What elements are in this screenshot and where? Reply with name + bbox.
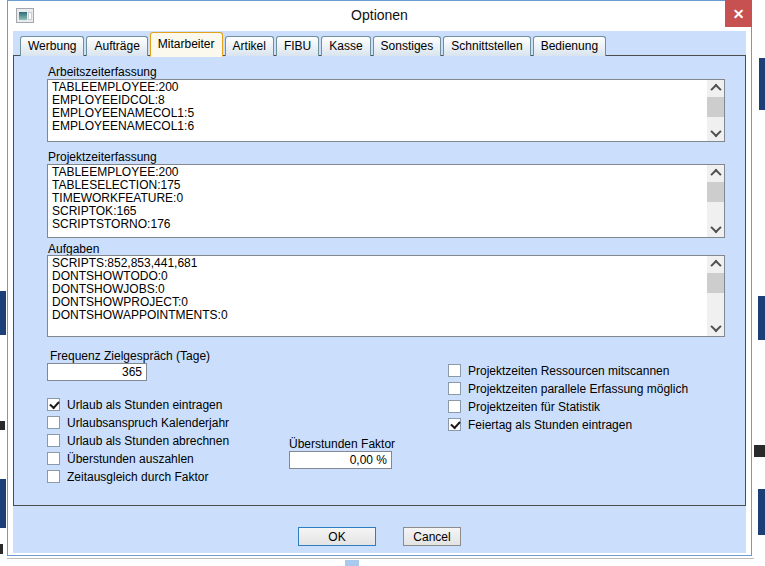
tab-kasse[interactable]: Kasse — [321, 36, 370, 56]
background-window-fragment — [758, 489, 765, 535]
checkbox-column-left: Urlaub als Stunden eintragen Urlaubsansp… — [47, 398, 229, 483]
list-line: DONTSHOWAPPOINTMENTS:0 — [52, 309, 704, 322]
background-window-fragment — [0, 291, 6, 335]
checkbox-label: Urlaub als Stunden abrechnen — [67, 434, 229, 448]
scrollbar-thumb[interactable] — [707, 273, 724, 293]
checkbox-label: Projektzeiten parallele Erfassung möglic… — [468, 382, 688, 396]
scroll-up-icon[interactable] — [707, 256, 724, 272]
checkbox-urlaub-als-stunden-eintragen[interactable]: Urlaub als Stunden eintragen — [47, 398, 229, 411]
scrollbar[interactable] — [707, 80, 724, 141]
list-line: EMPLOYEENAMECOL1:6 — [52, 120, 704, 133]
background-window-fragment — [0, 544, 3, 554]
checkbox-box[interactable] — [47, 434, 60, 447]
checkbox-box[interactable] — [448, 400, 461, 413]
checkbox-label: Überstunden auszahlen — [67, 452, 194, 466]
checkbox-box[interactable] — [448, 418, 461, 431]
checkbox-label: Urlaub als Stunden eintragen — [67, 398, 222, 412]
checkbox-label: Projektzeiten Ressourcen mitscannen — [468, 364, 669, 378]
tab-strip: Werbung Aufträge Mitarbeiter Artikel FIB… — [13, 32, 746, 56]
listbox-lines: TABLEEMPLOYEE:200 TABLESELECTION:175 TIM… — [52, 166, 704, 236]
scroll-up-icon[interactable] — [707, 165, 724, 181]
scroll-down-icon[interactable] — [707, 320, 724, 336]
tab-sonstiges[interactable]: Sonstiges — [373, 36, 442, 56]
ok-button[interactable]: OK — [298, 527, 376, 546]
list-line: TIMEWORKFEATURE:0 — [52, 192, 704, 205]
background-window-fragment — [759, 58, 765, 110]
tab-bedienung[interactable]: Bedienung — [533, 36, 606, 56]
dialog-title: Optionen — [8, 1, 751, 30]
checkbox-projektzeiten-fuer-statistik[interactable]: Projektzeiten für Statistik — [448, 400, 688, 413]
scrollbar[interactable] — [707, 165, 724, 237]
checkbox-label: Zeitausgleich durch Faktor — [67, 470, 208, 484]
window-shadow-line — [7, 558, 754, 559]
listbox-arbeitszeiterfassung[interactable]: TABLEEMPLOYEE:200 EMPLOYEEIDCOL:8 EMPLOY… — [47, 79, 725, 142]
group-label-aufgaben: Aufgaben — [48, 242, 99, 256]
checkbox-ueberstunden-auszahlen[interactable]: Überstunden auszahlen — [47, 452, 229, 465]
checkbox-box[interactable] — [47, 452, 60, 465]
titlebar[interactable]: Optionen ✕ — [8, 1, 751, 30]
checkbox-urlaubsanspruch-kalenderjahr[interactable]: Urlaubsanspruch Kalenderjahr — [47, 416, 229, 429]
listbox-projektzeiterfassung[interactable]: TABLEEMPLOYEE:200 TABLESELECTION:175 TIM… — [47, 164, 725, 238]
checkbox-box[interactable] — [448, 364, 461, 377]
group-label-projektzeiterfassung: Projektzeiterfassung — [48, 150, 157, 164]
tab-schnittstellen[interactable]: Schnittstellen — [443, 36, 530, 56]
checkbox-box[interactable] — [47, 398, 60, 411]
checkbox-label: Urlaubsanspruch Kalenderjahr — [67, 416, 229, 430]
background-window-fragment — [754, 445, 765, 457]
scroll-up-icon[interactable] — [707, 80, 724, 96]
scrollbar[interactable] — [707, 256, 724, 336]
button-bar: OK Cancel — [8, 527, 751, 547]
tab-fibu[interactable]: FIBU — [276, 36, 319, 56]
tab-mitarbeiter[interactable]: Mitarbeiter — [150, 32, 223, 57]
checkbox-urlaub-als-stunden-abrechnen[interactable]: Urlaub als Stunden abrechnen — [47, 434, 229, 447]
checkbox-projektzeiten-ressourcen-mitscannen[interactable]: Projektzeiten Ressourcen mitscannen — [448, 364, 688, 377]
checkbox-box[interactable] — [47, 470, 60, 483]
checkbox-label: Projektzeiten für Statistik — [468, 400, 600, 414]
tab-auftraege[interactable]: Aufträge — [86, 36, 147, 56]
background-window-fragment — [758, 296, 765, 340]
listbox-lines: SCRIPTS:852,853,441,681 DONTSHOWTODO:0 D… — [52, 257, 704, 335]
scrollbar-thumb[interactable] — [707, 97, 724, 117]
checkbox-projektzeiten-parallele-erfassung[interactable]: Projektzeiten parallele Erfassung möglic… — [448, 382, 688, 395]
checkbox-label: Feiertag als Stunden eintragen — [468, 418, 632, 432]
checkbox-column-right: Projektzeiten Ressourcen mitscannen Proj… — [448, 364, 688, 431]
cancel-button[interactable]: Cancel — [403, 527, 461, 546]
background-window-fragment — [0, 421, 5, 430]
listbox-aufgaben[interactable]: SCRIPTS:852,853,441,681 DONTSHOWTODO:0 D… — [47, 255, 725, 337]
options-dialog: Optionen ✕ Werbung Aufträge Mitarbeiter … — [7, 0, 752, 556]
tab-werbung[interactable]: Werbung — [20, 36, 84, 56]
list-line: SCRIPTSTORNO:176 — [52, 218, 704, 231]
frequenz-zielgespraech-input[interactable] — [47, 363, 147, 381]
scroll-down-icon[interactable] — [707, 221, 724, 237]
close-button[interactable]: ✕ — [725, 0, 752, 27]
close-icon: ✕ — [733, 6, 745, 22]
tab-artikel[interactable]: Artikel — [225, 36, 274, 56]
tab-page-mitarbeiter: Arbeitszeiterfassung TABLEEMPLOYEE:200 E… — [13, 55, 746, 506]
scrollbar-thumb[interactable] — [707, 182, 724, 202]
group-label-arbeitszeiterfassung: Arbeitszeiterfassung — [48, 65, 157, 79]
scroll-down-icon[interactable] — [707, 125, 724, 141]
listbox-lines: TABLEEMPLOYEE:200 EMPLOYEEIDCOL:8 EMPLOY… — [52, 81, 704, 140]
background-window-fragment — [0, 479, 6, 528]
checkbox-box[interactable] — [47, 416, 60, 429]
checkbox-zeitausgleich-durch-faktor[interactable]: Zeitausgleich durch Faktor — [47, 470, 229, 483]
frequenz-zielgespraech-label: Frequenz Zielgespräch (Tage) — [50, 349, 210, 363]
background-window-fragment — [345, 560, 359, 566]
ueberstunden-faktor-input[interactable] — [289, 451, 392, 469]
checkbox-box[interactable] — [448, 382, 461, 395]
checkbox-feiertag-als-stunden-eintragen[interactable]: Feiertag als Stunden eintragen — [448, 418, 688, 431]
ueberstunden-faktor-label: Überstunden Faktor — [289, 437, 395, 451]
